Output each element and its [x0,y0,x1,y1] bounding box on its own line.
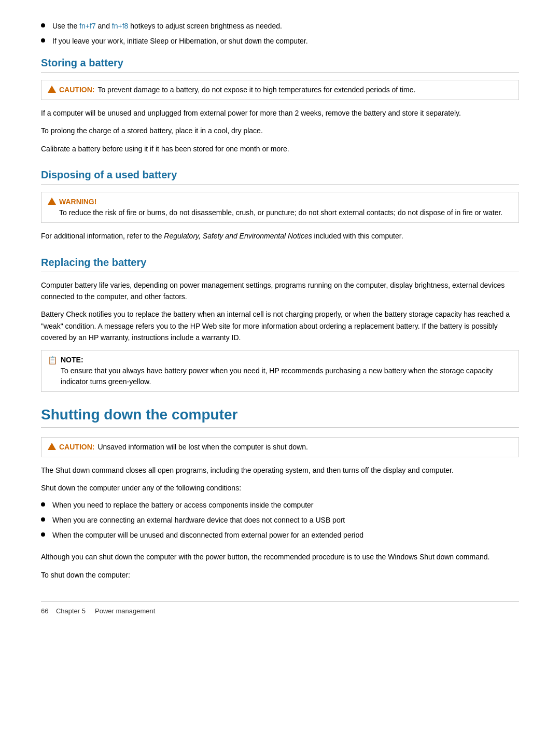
shutting-down-section: Shutting down the computer CAUTION: Unsa… [41,406,519,581]
caution-text: To prevent damage to a battery, do not e… [97,85,415,95]
intro-bullet-list: Use the fn+f7 and fn+f8 hotkeys to adjus… [41,21,519,47]
shutting-para-after-2: To shut down the computer: [41,569,519,581]
replacing-para-1: Computer battery life varies, depending … [41,279,519,303]
list-item: Use the fn+f7 and fn+f8 hotkeys to adjus… [41,21,519,32]
shutting-para-1: The Shut down command closes all open pr… [41,465,519,476]
footer: 66 Chapter 5 Power management [41,601,519,615]
bullet-text: When you are connecting an external hard… [52,515,345,526]
note-content: NOTE: To ensure that you always have bat… [61,355,512,387]
shutting-caution-text: Unsaved information will be lost when th… [97,442,307,453]
disposing-para-italic: Regulatory, Safety and Environmental Not… [164,232,312,240]
storing-caution-box: CAUTION: To prevent damage to a battery,… [41,80,519,100]
warning-triangle-icon [48,198,56,205]
storing-para-1: If a computer will be unused and unplugg… [41,107,519,119]
note-text: To ensure that you always have battery p… [61,366,512,387]
storing-battery-section: Storing a battery CAUTION: To prevent da… [41,57,519,154]
list-item: When the computer will be unused and dis… [41,530,519,541]
shutting-caution-box: CAUTION: Unsaved information will be los… [41,437,519,457]
disposing-para-before: For additional information, refer to the [41,232,164,240]
storing-para-3: Calibrate a battery before using it if i… [41,143,519,154]
disposing-para-after: included with this computer. [312,232,403,240]
caution-content: CAUTION: To prevent damage to a battery,… [59,85,415,95]
shutting-caution-content: CAUTION: Unsaved information will be los… [59,442,308,453]
bullet-icon [41,502,45,507]
warning-label: WARNING! [59,196,96,207]
caution-label: CAUTION: [59,85,94,95]
bullet-icon [41,23,45,27]
shutting-para-2: Shut down the computer under any of the … [41,482,519,494]
replacing-para-2: Battery Check notifies you to replace th… [41,308,519,343]
list-item: When you are connecting an external hard… [41,515,519,526]
bullet-icon [41,532,45,537]
disposing-battery-section: Disposing of a used battery WARNING! To … [41,169,519,242]
storing-para-2: To prolong the charge of a stored batter… [41,125,519,136]
warning-content: WARNING! To reduce the risk of fire or b… [59,196,512,218]
footer-page-number: 66 [41,607,48,615]
warning-text: To reduce the risk of fire or burns, do … [59,207,502,218]
note-label: NOTE: [61,355,83,366]
note-icon: 📋 [48,355,58,367]
disposing-warning-box: WARNING! To reduce the risk of fire or b… [41,192,519,223]
disposing-para: For additional information, refer to the… [41,230,519,242]
bullet-text: If you leave your work, initiate Sleep o… [52,36,308,47]
shutting-down-heading: Shutting down the computer [41,406,519,428]
bullet-text: When the computer will be unused and dis… [52,530,363,541]
bullet-icon [41,38,45,43]
storing-battery-heading: Storing a battery [41,57,519,73]
list-item: When you need to replace the battery or … [41,500,519,511]
bullet-text: When you need to replace the battery or … [52,500,314,511]
fn-f8-link: fn+f8 [112,22,129,30]
replacing-note-box: 📋 NOTE: To ensure that you always have b… [41,350,519,392]
shutting-caution-triangle-icon [48,443,56,450]
shutting-bullet-list: When you need to replace the battery or … [41,500,519,541]
disposing-battery-heading: Disposing of a used battery [41,169,519,185]
footer-chapter: Chapter 5 [56,607,86,615]
replacing-battery-heading: Replacing the battery [41,257,519,272]
replacing-battery-section: Replacing the battery Computer battery l… [41,257,519,392]
bullet-text: Use the fn+f7 and fn+f8 hotkeys to adjus… [52,21,282,32]
fn-f7-link: fn+f7 [79,22,96,30]
list-item: If you leave your work, initiate Sleep o… [41,36,519,47]
bullet-icon [41,517,45,522]
caution-triangle-icon [48,86,56,93]
footer-section: Power management [95,607,155,615]
shutting-caution-label: CAUTION: [59,442,94,453]
shutting-para-after-1: Although you can shut down the computer … [41,551,519,563]
